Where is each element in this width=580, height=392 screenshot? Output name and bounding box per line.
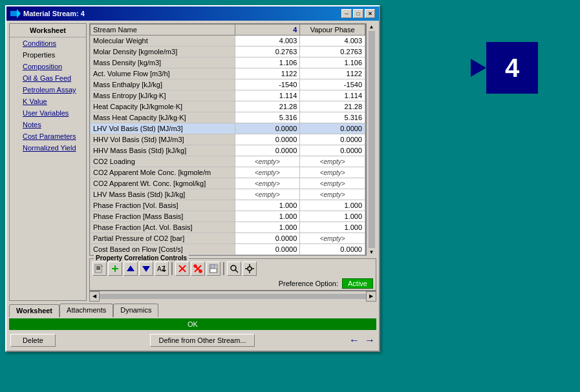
table-row-val2-13: <empty> [300, 178, 365, 189]
table-row-label-2: Mass Density [kg/m3] [91, 57, 235, 68]
properties-table: Stream Name 4 Vapour Phase Molecular Wei… [90, 24, 365, 256]
close-button[interactable] [365, 9, 375, 18]
table-row-val1-17: 1.000 [235, 222, 300, 233]
table-row-val2-4: -1540 [300, 79, 365, 90]
sidebar-item-normalized-yield[interactable]: Normalized Yield [12, 142, 86, 154]
table-row-val2-18: <empty> [300, 233, 365, 244]
table-scroll-area[interactable]: Stream Name 4 Vapour Phase Molecular Wei… [89, 23, 366, 256]
tool-btn-delete[interactable] [175, 262, 189, 276]
scroll-right-btn[interactable]: ▶ [366, 291, 376, 302]
sidebar-item-properties[interactable]: Properties [12, 49, 86, 61]
maximize-button[interactable] [353, 9, 363, 18]
stream-arrow [471, 59, 486, 77]
table-row-val2-6: 21.28 [300, 101, 365, 112]
window-content: Worksheet Conditions Properties Composit… [6, 21, 379, 351]
sidebar-item-user-variables[interactable]: User Variables [12, 107, 86, 119]
table-row-val1-5: 1.114 [235, 90, 300, 101]
table-row-label-3: Act. Volume Flow [m3/h] [91, 68, 235, 79]
table-row-val2-12: <empty> [300, 167, 365, 178]
svg-marker-1 [17, 9, 21, 18]
sidebar-item-composition[interactable]: Composition [12, 61, 86, 72]
svg-rect-22 [210, 269, 217, 273]
sidebar-header: Worksheet [10, 24, 86, 37]
tool-btn-search[interactable] [227, 262, 241, 276]
svg-rect-21 [211, 265, 215, 268]
tool-btn-down[interactable] [139, 262, 153, 276]
table-row-val2-14: <empty> [300, 189, 365, 200]
table-row-label-18: Partial Pressure of CO2 [bar] [91, 233, 235, 244]
table-row-val1-7: 5.316 [235, 112, 300, 123]
prop-controls-panel: Property Correlation Controls [89, 258, 376, 291]
sidebar-section: Conditions Properties Composition Oil & … [10, 37, 86, 154]
sidebar-item-oil-gas-feed[interactable]: Oil & Gas Feed [12, 72, 86, 84]
table-row-val1-2: 1.106 [235, 57, 300, 68]
tab-attachments[interactable]: Attachments [59, 304, 113, 317]
main-window: Material Stream: 4 Worksheet Conditions … [5, 5, 380, 352]
toolbar-icons: AZ [92, 262, 373, 276]
svg-rect-0 [10, 11, 17, 16]
sidebar-item-conditions[interactable]: Conditions [12, 37, 86, 49]
minimize-button[interactable] [341, 9, 352, 18]
scrollbar-track[interactable] [100, 294, 366, 299]
table-row-val1-13: <empty> [235, 178, 300, 189]
tab-dynamics[interactable]: Dynamics [113, 304, 158, 317]
tool-btn-add[interactable] [108, 262, 122, 276]
delete-button[interactable]: Delete [10, 334, 56, 347]
title-bar: Material Stream: 4 [6, 6, 379, 21]
title-bar-left: Material Stream: 4 [10, 9, 85, 18]
table-row-val2-2: 1.106 [300, 57, 365, 68]
horizontal-scrollbar[interactable]: ◀ ▶ [89, 291, 376, 301]
sidebar-item-k-value[interactable]: K Value [12, 96, 86, 107]
table-row-val1-10: 0.0000 [235, 145, 300, 156]
sidebar-item-cost-parameters[interactable]: Cost Parameters [12, 130, 86, 142]
table-row-label-4: Mass Enthalpy [kJ/kg] [91, 79, 235, 90]
svg-point-25 [248, 267, 252, 271]
table-row-label-6: Heat Capacity [kJ/kgmole·K] [91, 101, 235, 112]
table-row-label-5: Mass Entropy [kJ/kg·K] [91, 90, 235, 101]
stream-card-with-arrow: 4 [486, 42, 538, 94]
toolbar-separator-1 [171, 262, 173, 275]
table-row-label-12: CO2 Apparent Mole Conc. [kgmole/m [91, 167, 235, 178]
tool-btn-save[interactable] [206, 262, 220, 276]
tool-btn-up[interactable] [124, 262, 138, 276]
table-row-val2-5: 1.114 [300, 90, 365, 101]
define-button[interactable]: Define from Other Stream... [150, 334, 254, 347]
sidebar-item-notes[interactable]: Notes [12, 119, 86, 130]
table-row-val2-7: 5.316 [300, 112, 365, 123]
table-row-val1-9: 0.0000 [235, 134, 300, 145]
table-row-val2-9: 0.0000 [300, 134, 365, 145]
title-buttons [341, 9, 375, 18]
stream-number-card: 4 [486, 42, 538, 94]
nav-arrows: ← → [349, 335, 375, 346]
sidebar: Worksheet Conditions Properties Composit… [9, 23, 87, 301]
table-row-val2-11: <empty> [300, 156, 365, 167]
vertical-scrollbar[interactable]: ▲ ▼ [366, 23, 376, 256]
table-row-val2-8: 0.0000 [300, 123, 365, 134]
tool-btn-sort[interactable]: AZ [155, 262, 169, 276]
table-row-label-8: LHV Vol Basis (Std) [MJ/m3] [91, 123, 235, 134]
table-row-val1-4: -1540 [235, 79, 300, 90]
table-row-label-16: Phase Fraction [Mass Basis] [91, 211, 235, 222]
nav-left-arrow[interactable]: ← [349, 335, 360, 346]
tool-btn-settings[interactable] [242, 262, 257, 276]
table-row-val2-19: 0.0000 [300, 244, 365, 255]
tool-btn-1[interactable] [92, 262, 107, 276]
preference-option-row: Preference Option: Active [92, 278, 373, 289]
svg-point-23 [231, 265, 236, 271]
table-row-label-1: Molar Density [kgmole/m3] [91, 46, 235, 57]
table-row-label-13: CO2 Apparent Wt. Conc. [kgmol/kg] [91, 178, 235, 189]
sidebar-item-petroleum-assay[interactable]: Petroleum Assay [12, 84, 86, 96]
table-row-label-10: HHV Mass Basis (Std) [kJ/kg] [91, 145, 235, 156]
tab-worksheet[interactable]: Worksheet [9, 304, 59, 318]
table-row-val2-16: 1.000 [300, 211, 365, 222]
table-row-val1-20: 1122 [235, 255, 300, 256]
table-row-label-11: CO2 Loading [91, 156, 235, 167]
table-row-val1-11: <empty> [235, 156, 300, 167]
stream-icon [10, 9, 21, 18]
tool-btn-cut[interactable] [191, 262, 205, 276]
nav-right-arrow[interactable]: → [365, 335, 375, 346]
scroll-left-btn[interactable]: ◀ [89, 291, 100, 302]
table-row-val2-0: 4.003 [300, 36, 365, 46]
toolbar-separator-2 [223, 262, 224, 275]
table-row-label-7: Mass Heat Capacity [kJ/kg·K] [91, 112, 235, 123]
